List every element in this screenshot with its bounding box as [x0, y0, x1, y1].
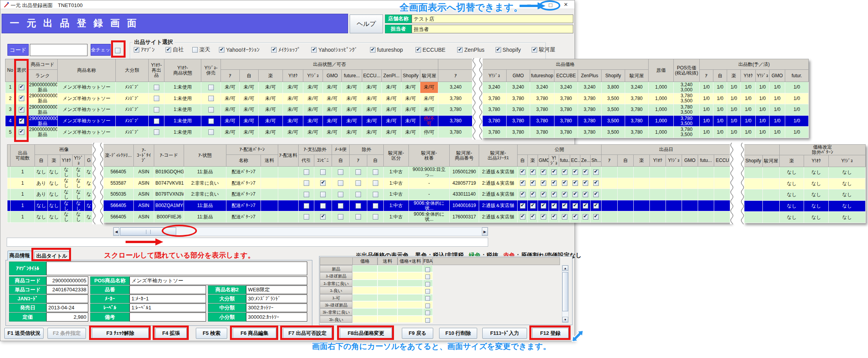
cell[interactable]: 未/可 — [259, 104, 283, 116]
jan_code-value[interactable] — [46, 294, 88, 303]
cell[interactable]: ASIN — [134, 200, 154, 211]
cell[interactable] — [538, 200, 549, 211]
cell[interactable]: 3,780 — [578, 127, 602, 138]
cell[interactable]: なし — [804, 178, 829, 189]
price-cell[interactable] — [352, 294, 377, 301]
cell[interactable]: 290000000005 新品 — [28, 115, 58, 127]
cell[interactable]: 3,780 — [578, 104, 602, 116]
cell[interactable] — [332, 200, 350, 211]
cell[interactable] — [650, 189, 666, 200]
row-checkbox[interactable] — [583, 180, 588, 186]
site-checkbox[interactable] — [192, 47, 198, 53]
cell[interactable]: 未/可 — [283, 104, 303, 116]
cell[interactable]: 1/0 — [741, 82, 756, 93]
cell[interactable] — [580, 178, 591, 189]
cell[interactable] — [591, 167, 602, 178]
cell[interactable]: 未/可 — [323, 115, 342, 127]
cell[interactable] — [350, 178, 367, 189]
cell[interactable]: 2 — [5, 93, 15, 104]
cell[interactable] — [666, 200, 682, 211]
price-cell[interactable] — [423, 287, 433, 294]
cell[interactable]: 3,780 — [578, 93, 602, 104]
row-checkbox[interactable] — [338, 214, 343, 220]
cell[interactable] — [763, 189, 780, 201]
cell[interactable]: 1:未使用 — [164, 104, 201, 116]
cell[interactable] — [518, 211, 528, 223]
table-row[interactable]: 505035ASINB079TVXN3W2:非常に良い配送ﾊﾟﾀｰﾝ71:中古-… — [103, 189, 731, 200]
cell[interactable] — [350, 200, 367, 211]
cell[interactable]: 3,780 — [530, 115, 554, 127]
cell[interactable] — [618, 200, 634, 211]
cell[interactable] — [549, 200, 559, 211]
table-row[interactable]: 1なしなしなしなしな — [7, 211, 93, 223]
cell[interactable]: 3,780 3,500 — [674, 127, 700, 138]
cell[interactable] — [278, 178, 299, 189]
cell[interactable]: 未/可 — [401, 104, 420, 116]
site-checkbox[interactable] — [370, 47, 376, 53]
price-cell[interactable] — [377, 265, 398, 272]
cell[interactable] — [299, 167, 314, 178]
cell[interactable]: 3,780 — [482, 93, 507, 104]
cell[interactable]: 配送ﾊﾟﾀｰﾝ7 — [226, 189, 261, 200]
cell[interactable] — [650, 178, 666, 189]
cell[interactable] — [201, 127, 221, 138]
cell[interactable]: 1/0 — [700, 115, 713, 127]
table-row[interactable]: 1なしなしなしなしな — [7, 167, 93, 178]
row-checkbox[interactable] — [562, 214, 567, 220]
cell[interactable]: なし — [60, 200, 73, 211]
cell[interactable] — [314, 178, 332, 189]
cell[interactable] — [580, 189, 591, 200]
site-checkbox[interactable] — [311, 47, 317, 53]
price-cell[interactable] — [352, 280, 377, 287]
cell[interactable] — [591, 211, 602, 223]
row-checkbox[interactable] — [583, 169, 588, 175]
cell[interactable] — [7, 189, 11, 200]
cell[interactable] — [332, 211, 350, 223]
cell[interactable] — [744, 200, 763, 212]
cell[interactable]: 3,780 — [507, 115, 530, 127]
cell[interactable]: 1/0 — [756, 127, 770, 138]
cell[interactable]: 3,500 — [602, 115, 625, 127]
cell[interactable]: 3,240 — [482, 82, 507, 93]
cell[interactable]: メンズ半袖カットソー — [58, 82, 116, 93]
cell[interactable]: 未/可 — [362, 82, 382, 93]
cell[interactable]: 未/可 — [401, 115, 420, 127]
cell[interactable]: 未/可 — [303, 127, 323, 138]
cell[interactable] — [538, 178, 549, 189]
price-cell[interactable] — [377, 316, 398, 323]
pos_name-value[interactable]: メンズ半袖カットソー — [129, 276, 307, 285]
row-checkbox[interactable] — [320, 169, 326, 175]
site-checkbox[interactable] — [134, 47, 139, 53]
cell[interactable] — [744, 189, 763, 201]
cell[interactable] — [332, 178, 350, 189]
cell[interactable]: 未/可 — [221, 93, 240, 104]
cell[interactable]: 3,240 — [438, 82, 473, 93]
cell[interactable]: 未/可 — [221, 115, 240, 127]
tab-product-info[interactable]: 商品情報 — [7, 251, 32, 260]
cell[interactable]: 1/0 — [770, 82, 785, 93]
cell[interactable]: 3,780 — [625, 127, 649, 138]
cell[interactable]: なし — [780, 212, 804, 223]
close-button[interactable]: ✕ — [562, 2, 569, 7]
product_code-value[interactable]: 290000000005 — [46, 276, 88, 285]
cell[interactable]: 2:非常に良い — [184, 189, 226, 200]
row-checkbox[interactable] — [373, 169, 378, 175]
row-checkbox[interactable] — [320, 180, 326, 186]
cell[interactable]: 3,780 — [530, 127, 554, 138]
row-checkbox[interactable] — [573, 169, 578, 175]
cell[interactable]: なし — [73, 189, 85, 200]
cell[interactable] — [367, 200, 384, 211]
row-checkbox[interactable] — [593, 192, 599, 197]
cell[interactable] — [602, 200, 618, 211]
cell[interactable]: 未/可 — [259, 82, 283, 93]
table-row[interactable]: 3,7803,7803,7803,7803,7803,5003,7801,000… — [482, 115, 809, 127]
cell[interactable] — [763, 167, 780, 178]
cell[interactable]: 3,780 3,500 — [674, 115, 700, 127]
row-checkbox[interactable] — [520, 192, 525, 197]
cell[interactable]: 3,240 — [625, 82, 649, 93]
cell[interactable]: なし — [48, 200, 60, 211]
cell[interactable]: 104001619 — [450, 200, 479, 211]
cell[interactable] — [580, 167, 591, 178]
price-cell[interactable] — [423, 316, 433, 323]
cell[interactable] — [278, 189, 299, 200]
